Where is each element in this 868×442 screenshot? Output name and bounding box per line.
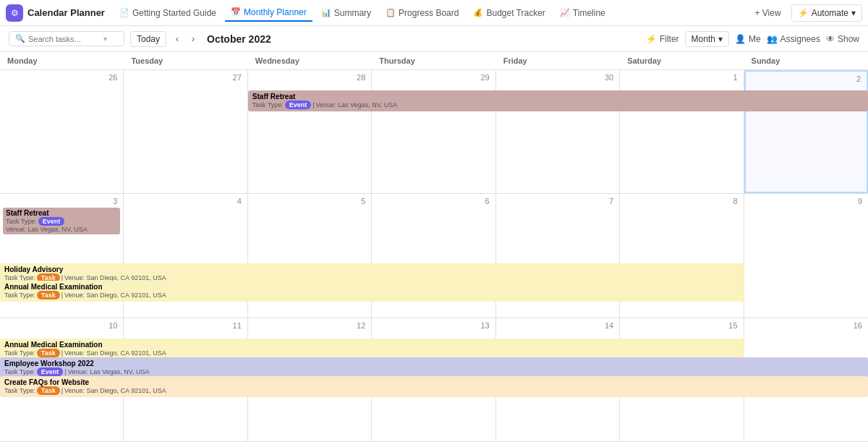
task-badge: Task bbox=[37, 291, 60, 299]
tab-getting-started[interactable]: 📄 Getting Started Guide bbox=[114, 5, 222, 21]
week1-wed[interactable]: 28 bbox=[248, 70, 372, 193]
week1-mon[interactable]: 26 bbox=[0, 70, 124, 193]
staff-retreat-week1-span[interactable]: Staff Retreat Task Type: Event | Venue: … bbox=[248, 90, 868, 111]
automate-button[interactable]: ⚡ Automate ▾ bbox=[791, 4, 862, 22]
tab-budget-tracker[interactable]: 💰 Budget Tracker bbox=[467, 5, 550, 21]
task-badge: Task bbox=[37, 349, 60, 357]
chevron-down-icon: ▾ bbox=[851, 8, 856, 18]
event-title: Holiday Advisory bbox=[4, 265, 740, 273]
app-logo: ⚙ Calendar Planner bbox=[6, 4, 105, 22]
getting-started-icon: 📄 bbox=[119, 8, 129, 17]
filter-icon: ⚡ bbox=[646, 34, 657, 44]
automate-icon: ⚡ bbox=[798, 8, 809, 18]
tab-timeline[interactable]: 📈 Timeline bbox=[554, 5, 611, 21]
search-box[interactable]: 🔍 ▾ bbox=[9, 31, 124, 46]
show-button[interactable]: 👁 Show bbox=[826, 34, 859, 44]
week1-sun[interactable]: 2 bbox=[744, 70, 868, 193]
tab-monthly-planner[interactable]: 📅 Monthly Planner bbox=[225, 4, 312, 22]
budget-tracker-icon: 💰 bbox=[473, 8, 483, 17]
week1-thu[interactable]: 29 bbox=[372, 70, 495, 193]
staff-retreat-cell[interactable]: Staff Retreat Task Type: Event Venue: La… bbox=[3, 208, 120, 234]
tab-summary[interactable]: 📊 Summary bbox=[315, 5, 377, 21]
eye-icon: 👁 bbox=[826, 34, 835, 44]
nav-right: + View ⚡ Automate ▾ bbox=[749, 4, 862, 22]
calendar-header: Monday Tuesday Wednesday Thursday Friday… bbox=[0, 52, 868, 70]
event-badge: Event bbox=[38, 217, 65, 226]
header-wednesday: Wednesday bbox=[248, 52, 372, 69]
progress-board-icon: 📋 bbox=[386, 8, 396, 17]
chevron-down-icon: ▾ bbox=[103, 35, 107, 43]
annual-medical-week3-span[interactable]: Annual Medical Examination Task Type: Ta… bbox=[0, 339, 744, 360]
prev-month-button[interactable]: ‹ bbox=[172, 32, 182, 46]
week1-fri[interactable]: 30 bbox=[496, 70, 620, 193]
event-badge: Event bbox=[285, 101, 312, 109]
search-input[interactable] bbox=[28, 35, 101, 43]
header-sunday: Sunday bbox=[744, 52, 868, 69]
create-faqs-span[interactable]: Create FAQs for Website Task Type: Task … bbox=[0, 376, 868, 397]
annual-medical-week2-span[interactable]: Annual Medical Examination Task Type: Ta… bbox=[0, 281, 744, 302]
today-button[interactable]: Today bbox=[130, 31, 166, 47]
toolbar: 🔍 ▾ Today ‹ › October 2022 ⚡ Filter Mont… bbox=[0, 26, 868, 52]
header-friday: Friday bbox=[496, 52, 620, 69]
week1-tue[interactable]: 27 bbox=[124, 70, 247, 193]
assignees-icon: 👥 bbox=[767, 34, 778, 44]
header-saturday: Saturday bbox=[620, 52, 744, 69]
logo-icon: ⚙ bbox=[6, 4, 23, 22]
event-detail: Task Type: Event | Venue: Las Vegas, NV,… bbox=[4, 367, 864, 376]
event-title: Employee Workshop 2022 bbox=[4, 360, 864, 367]
plus-view-button[interactable]: + View bbox=[749, 5, 786, 21]
current-month-label: October 2022 bbox=[207, 33, 271, 45]
chevron-down-icon: ▾ bbox=[718, 34, 723, 44]
task-badge: Task bbox=[37, 386, 60, 395]
calendar: Monday Tuesday Wednesday Thursday Friday… bbox=[0, 52, 868, 442]
event-title: Create FAQs for Website bbox=[4, 378, 864, 386]
timeline-icon: 📈 bbox=[560, 8, 570, 17]
app-title: Calendar Planner bbox=[27, 7, 105, 18]
filter-button[interactable]: ⚡ Filter bbox=[646, 34, 679, 44]
toolbar-right: ⚡ Filter Month ▾ 👤 Me 👥 Assignees 👁 Show bbox=[646, 31, 859, 47]
monthly-planner-icon: 📅 bbox=[231, 7, 241, 17]
me-button[interactable]: 👤 Me bbox=[735, 34, 761, 44]
person-icon: 👤 bbox=[735, 34, 746, 44]
top-navigation: ⚙ Calendar Planner 📄 Getting Started Gui… bbox=[0, 0, 868, 26]
next-month-button[interactable]: › bbox=[188, 32, 198, 46]
header-monday: Monday bbox=[0, 52, 124, 69]
summary-icon: 📊 bbox=[321, 8, 331, 17]
event-detail: Task Type: Task | Venue: San Diego, CA 9… bbox=[4, 291, 740, 299]
event-title: Staff Retreat bbox=[252, 93, 864, 101]
week1-sat[interactable]: 1 bbox=[620, 70, 744, 193]
header-tuesday: Tuesday bbox=[124, 52, 247, 69]
tab-progress-board[interactable]: 📋 Progress Board bbox=[380, 5, 464, 21]
search-icon: 🔍 bbox=[15, 34, 25, 43]
event-badge: Event bbox=[37, 367, 64, 376]
event-title: Annual Medical Examination bbox=[4, 283, 740, 291]
event-detail: Task Type: Task | Venue: San Diego, CA 9… bbox=[4, 386, 864, 395]
assignees-button[interactable]: 👥 Assignees bbox=[767, 34, 820, 44]
header-thursday: Thursday bbox=[372, 52, 495, 69]
month-view-button[interactable]: Month ▾ bbox=[685, 31, 729, 47]
event-title: Annual Medical Examination bbox=[4, 341, 740, 349]
calendar-body: 26 27 28 29 30 1 2 Staff Retreat Task Ty… bbox=[0, 70, 868, 442]
event-detail: Task Type: Event | Venue: Las Vegas, NV,… bbox=[252, 101, 864, 109]
employee-workshop-span[interactable]: Employee Workshop 2022 Task Type: Event … bbox=[0, 357, 868, 378]
week2-sun[interactable]: 9 bbox=[744, 194, 868, 317]
event-detail: Task Type: Task | Venue: San Diego, CA 9… bbox=[4, 349, 740, 357]
